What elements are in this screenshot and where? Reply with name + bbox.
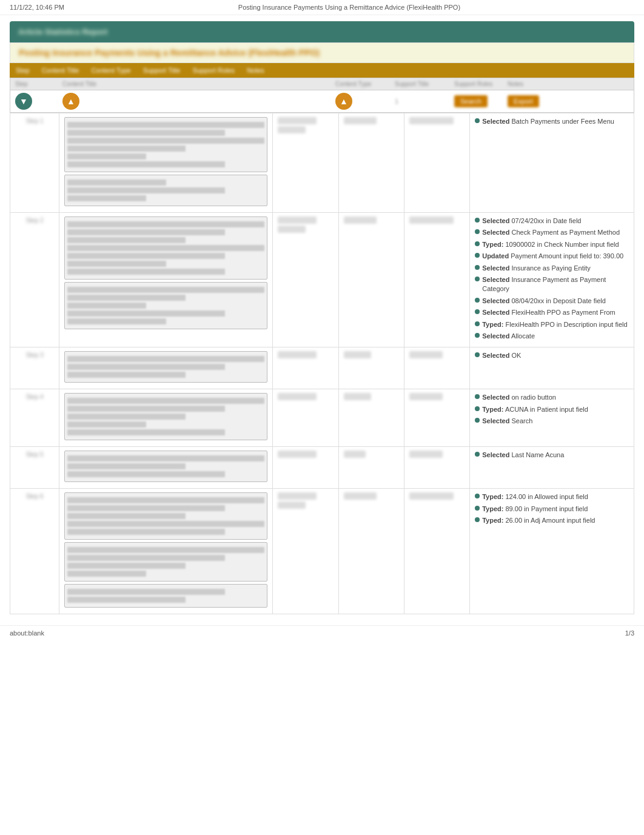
action-item: Selected Search — [475, 417, 629, 426]
table-filter-bar: Step Content Title Content Type Support … — [10, 63, 634, 78]
step-number-3: Step 3 — [10, 347, 59, 389]
table-row: Step 5 — [10, 447, 634, 489]
step-1-meta2 — [338, 113, 404, 213]
action-item: Updated Payment Amount input field to: 3… — [475, 252, 629, 261]
action-text: Typed: FlexiHealth PPO in Description in… — [482, 320, 627, 329]
action-text: Selected 08/04/20xx in Deposit Date fiel… — [482, 297, 606, 306]
section-title-text: Posting Insurance Payments Using a Remit… — [19, 48, 320, 58]
browser-bar: 11/1/22, 10:46 PM Posting Insurance Paym… — [0, 0, 644, 15]
table-row: Step 4 — [10, 389, 634, 447]
bullet-icon — [475, 394, 480, 399]
action-item: Selected on radio button — [475, 393, 629, 402]
action-item: Typed: FlexiHealth PPO in Description in… — [475, 320, 629, 329]
bullet-icon — [475, 277, 480, 281]
bullet-icon — [475, 241, 480, 246]
action-text: Selected Search — [482, 417, 532, 426]
step-4-meta1 — [273, 389, 338, 447]
action-text: Selected Allocate — [482, 332, 535, 341]
step-3-image — [59, 347, 273, 389]
step-4-meta2 — [338, 389, 404, 447]
step-number-6: Step 6 — [10, 489, 59, 614]
action-text: Selected OK — [482, 351, 521, 360]
export-button[interactable]: Export — [508, 95, 539, 107]
col-step: Step — [15, 81, 58, 87]
step-number-4: Step 4 — [10, 389, 59, 447]
action-item: Selected Insurance Payment as Payment Ca… — [475, 275, 629, 294]
action-item: Selected 07/24/20xx in Date field — [475, 216, 629, 226]
action-item: Selected Last Name Acuna — [475, 451, 629, 460]
search-button[interactable]: Search — [454, 95, 488, 107]
step-1-meta1 — [273, 113, 338, 213]
col-content-type: Content Type — [335, 81, 390, 87]
bullet-icon — [475, 452, 480, 457]
action-text: Updated Payment Amount input field to: 3… — [482, 252, 623, 261]
action-text: Selected on radio button — [482, 393, 556, 402]
step-3-meta3 — [404, 347, 469, 389]
step-number-5: Step 5 — [10, 447, 59, 489]
step-number-2: Step 2 — [10, 213, 59, 347]
action-item: Typed: 89.00 in Payment input field — [475, 505, 629, 514]
action-item: Typed: 10900002 in Check Number input fi… — [475, 240, 629, 249]
table-row: Step 2 — [10, 213, 634, 347]
action-item: Selected 08/04/20xx in Deposit Date fiel… — [475, 297, 629, 306]
col-support-roles: Support Roles — [454, 81, 503, 87]
orange-circle-icon-2: ▲ — [335, 93, 352, 110]
step-2-meta1 — [273, 213, 338, 347]
step-1-meta3 — [404, 113, 469, 213]
action-text: Typed: ACUNA in Patient input field — [482, 405, 588, 414]
section-title-block: Posting Insurance Payments Using a Remit… — [10, 42, 634, 63]
bullet-icon — [475, 309, 480, 314]
browser-page-title: Posting Insurance Payments Using a Remit… — [238, 4, 460, 11]
action-item: Selected Batch Payments under Fees Menu — [475, 117, 629, 126]
bullet-icon — [475, 218, 480, 223]
bullet-icon — [475, 118, 480, 123]
bullet-icon — [475, 517, 480, 522]
step-6-meta1 — [273, 489, 338, 614]
bullet-icon — [475, 506, 480, 511]
action-text: Selected Check Payment as Payment Method — [482, 228, 620, 237]
step-6-meta3 — [404, 489, 469, 614]
bullet-icon — [475, 321, 480, 326]
step-3-meta2 — [338, 347, 404, 389]
action-text: Selected Last Name Acuna — [482, 451, 564, 460]
header-title: Article Statistics Report — [18, 27, 107, 36]
action-item: Selected Allocate — [475, 332, 629, 341]
table-row: Step 1 — [10, 113, 634, 213]
bullet-icon — [475, 352, 480, 357]
action-item: Typed: 124.00 in Allowed input field — [475, 492, 629, 501]
bullet-icon — [475, 298, 480, 303]
step-6-meta2 — [338, 489, 404, 614]
step-6-actions: Typed: 124.00 in Allowed input field Typ… — [470, 489, 634, 614]
content-type-icon: ▲ — [335, 93, 390, 110]
btn-export-wrapper[interactable]: Export — [508, 95, 629, 107]
col-notes: Notes — [508, 81, 629, 87]
action-item: Selected Check Payment as Payment Method — [475, 228, 629, 237]
step-2-actions: Selected 07/24/20xx in Date field Select… — [470, 213, 634, 347]
header-bar: Article Statistics Report — [10, 21, 634, 42]
bullet-icon — [475, 253, 480, 258]
action-text: Typed: 10900002 in Check Number input fi… — [482, 240, 619, 249]
step-4-actions: Selected on radio button Typed: ACUNA in… — [470, 389, 634, 447]
step-number-1: Step 1 — [10, 113, 59, 213]
support-title-value: 1 — [395, 98, 449, 105]
footer-url: about:blank — [10, 629, 44, 637]
action-item: Selected FlexiHealth PPO as Payment From — [475, 308, 629, 317]
step-5-actions: Selected Last Name Acuna — [470, 447, 634, 489]
teal-circle-icon: ▼ — [15, 93, 32, 110]
table-row: Step 3 — [10, 347, 634, 389]
icon-action-row: ▼ ▲ ▲ 1 Search Export — [10, 90, 634, 113]
step-3-meta1 — [273, 347, 338, 389]
btn-search-wrapper[interactable]: Search — [454, 95, 503, 107]
step-5-meta3 — [404, 447, 469, 489]
step-5-meta1 — [273, 447, 338, 489]
step-5-image — [59, 447, 273, 489]
steps-table: Step 1 — [10, 113, 634, 614]
footer-page: 1/3 — [625, 629, 634, 637]
step-4-meta3 — [404, 389, 469, 447]
step-3-actions: Selected OK — [470, 347, 634, 389]
action-text: Typed: 26.00 in Adj Amount input field — [482, 516, 595, 525]
action-text: Typed: 124.00 in Allowed input field — [482, 492, 588, 501]
bullet-icon — [475, 333, 480, 338]
footer-bar: about:blank 1/3 — [0, 625, 644, 640]
step-1-actions: Selected Batch Payments under Fees Menu — [470, 113, 634, 213]
